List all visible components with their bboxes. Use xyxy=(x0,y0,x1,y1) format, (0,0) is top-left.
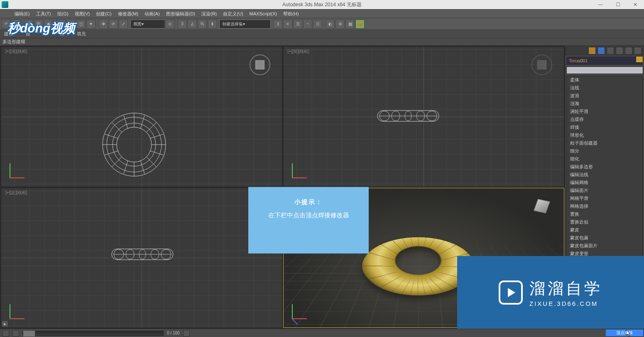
undo-button[interactable]: ↶ xyxy=(2,20,11,29)
curve-editor-button[interactable]: ~ xyxy=(303,20,312,29)
modifier-item[interactable]: 编辑网格 xyxy=(567,179,643,187)
menu-edit[interactable]: 编辑(E) xyxy=(12,10,33,18)
viewport-top-label[interactable]: [+][顶][线框] xyxy=(5,49,27,54)
time-slider-knob[interactable] xyxy=(23,330,35,337)
menu-modifier[interactable]: 修改器(M) xyxy=(115,10,142,18)
utilities-tab-icon[interactable] xyxy=(634,47,642,54)
rotate-button[interactable]: ⟳ xyxy=(109,20,118,29)
svg-line-19 xyxy=(150,151,163,155)
select-region-button[interactable]: ◫ xyxy=(76,20,86,29)
modifier-item[interactable]: 球形化 xyxy=(567,131,643,139)
modifier-item[interactable]: 点缓存 xyxy=(567,116,643,123)
window-title: Autodesk 3ds Max 2014 x64 无标题 xyxy=(282,1,362,8)
link-button[interactable]: 🔗 xyxy=(24,20,33,29)
ribbon-tab-model[interactable]: 建模 xyxy=(4,31,13,37)
time-slider[interactable] xyxy=(22,331,164,336)
close-button[interactable]: ✕ xyxy=(628,1,642,8)
hierarchy-tab-icon[interactable] xyxy=(607,47,614,54)
modify-tab-icon[interactable] xyxy=(597,47,605,54)
render-button[interactable]: 🫖 xyxy=(355,20,365,29)
viewcube-front[interactable] xyxy=(531,54,552,75)
menu-view[interactable]: 视图(V) xyxy=(72,10,93,18)
maximize-button[interactable]: ☐ xyxy=(611,1,625,8)
modifier-item[interactable]: 网格选择 xyxy=(567,202,643,210)
menu-help[interactable]: 帮助(H) xyxy=(280,10,301,18)
scale-button[interactable]: ⤢ xyxy=(119,20,128,29)
layer-button[interactable]: ☰ xyxy=(293,20,302,29)
status-icon[interactable] xyxy=(183,330,190,337)
menu-render[interactable]: 渲染(R) xyxy=(198,10,220,18)
spinner-snap-button[interactable]: ⬍ xyxy=(208,20,217,29)
render-setup-button[interactable]: ⚙ xyxy=(335,20,345,29)
menu-customize[interactable]: 自定义(U) xyxy=(220,10,246,18)
modifier-item[interactable]: 法线 xyxy=(567,84,643,92)
modifier-hover-tooltip[interactable]: 顶点焊接 xyxy=(606,330,643,336)
ribbon-tab-free[interactable]: 自 xyxy=(26,31,30,37)
modifier-item[interactable]: 置换近似 xyxy=(567,218,643,226)
mirror-button[interactable]: ⊻ xyxy=(273,20,282,29)
unlink-button[interactable]: ⛓ xyxy=(34,20,43,29)
material-button[interactable]: ◐ xyxy=(326,20,335,29)
pivot-button[interactable]: ⊙ xyxy=(165,20,174,29)
modifier-item[interactable]: 粒子面创建器 xyxy=(567,139,643,147)
modifier-item[interactable]: 细分 xyxy=(567,147,643,155)
modifier-item[interactable]: 编辑法线 xyxy=(567,171,643,179)
angle-snap-button[interactable]: ∠ xyxy=(188,20,197,29)
modifier-item[interactable]: 细化 xyxy=(567,155,643,163)
motion-tab-icon[interactable] xyxy=(616,47,623,54)
modifier-item[interactable]: 蒙皮包裹 xyxy=(567,234,643,242)
menu-create[interactable]: 创建(C) xyxy=(93,10,114,18)
viewport-left-label[interactable]: [+][左][线框] xyxy=(5,190,27,196)
select-name-button[interactable]: ☰ xyxy=(66,20,76,29)
modifier-item[interactable]: 柔体 xyxy=(567,76,643,84)
viewport-front-label[interactable]: [+][前][线框] xyxy=(288,49,310,54)
modifier-item[interactable]: 焊接 xyxy=(567,123,643,131)
ribbon-tab-copy[interactable]: 复 xyxy=(60,31,64,37)
object-name-field[interactable]: Torus001 xyxy=(566,57,643,65)
display-tab-icon[interactable] xyxy=(625,47,632,54)
frame-counter: 0 / 100 xyxy=(167,331,180,335)
app-icon[interactable] xyxy=(2,1,8,8)
ribbon-sub-label[interactable]: 多边形建模 xyxy=(2,39,25,45)
percent-snap-button[interactable]: % xyxy=(198,20,207,29)
ribbon-tab-fill[interactable]: 填充 xyxy=(77,31,86,37)
menu-animation[interactable]: 动画(A) xyxy=(142,10,163,18)
minimize-button[interactable]: — xyxy=(593,1,607,8)
menu-tools[interactable]: 工具(T) xyxy=(33,10,54,18)
bind-button[interactable]: ◆ xyxy=(44,20,53,29)
render-frame-button[interactable]: ▦ xyxy=(345,20,355,29)
coord-dropdown[interactable]: 视图 ▾ xyxy=(131,20,164,28)
object-color-swatch[interactable] xyxy=(636,56,643,63)
menu-maxscript[interactable]: MAXScript(X) xyxy=(247,10,280,17)
status-icon[interactable] xyxy=(2,330,9,337)
modifier-item[interactable]: 涟漪 xyxy=(567,100,643,108)
modifier-item[interactable]: 编辑多边形 xyxy=(567,163,643,171)
viewcube-top[interactable] xyxy=(250,54,270,75)
viewcube-perspective[interactable] xyxy=(531,196,552,216)
menu-grapheditor[interactable]: 图形编辑器(D) xyxy=(163,10,198,18)
align-button[interactable]: ≡ xyxy=(283,20,292,29)
schematic-button[interactable]: ☷ xyxy=(313,20,322,29)
select-button[interactable]: ▭ xyxy=(56,20,66,29)
ribbon-tab-obj[interactable]: 对 xyxy=(43,31,47,37)
create-tab-icon[interactable] xyxy=(588,47,596,54)
move-button[interactable]: ✥ xyxy=(99,20,108,29)
modifier-item[interactable]: 波浪 xyxy=(567,92,643,100)
viewport-front[interactable]: [+][前][线框] xyxy=(283,47,565,187)
viewport-left[interactable]: [+][左][线框] xyxy=(1,188,282,328)
modifier-item[interactable]: 涡轮平滑 xyxy=(567,108,643,116)
modifier-item[interactable]: 蒙皮 xyxy=(567,226,643,234)
status-icon[interactable] xyxy=(12,330,19,337)
modifier-item[interactable]: 网格平滑 xyxy=(567,194,643,202)
redo-button[interactable]: ↷ xyxy=(12,20,21,29)
selection-set-dropdown[interactable]: 创建选择集 ▾ xyxy=(220,20,270,28)
viewport-top[interactable]: [+][顶][线框] xyxy=(1,47,282,187)
snap-button[interactable]: 3 xyxy=(178,20,187,29)
menu-group[interactable]: 组(G) xyxy=(54,10,71,18)
modifier-item[interactable]: 编辑面片 xyxy=(567,187,643,194)
modifier-list-dropdown[interactable] xyxy=(566,66,643,74)
modifier-item[interactable]: 蒙皮包裹面片 xyxy=(567,242,643,250)
trackbar-expand-button[interactable]: ▸ xyxy=(2,320,8,327)
filter-button[interactable]: ▼ xyxy=(86,20,95,29)
modifier-item[interactable]: 置换 xyxy=(567,210,643,218)
